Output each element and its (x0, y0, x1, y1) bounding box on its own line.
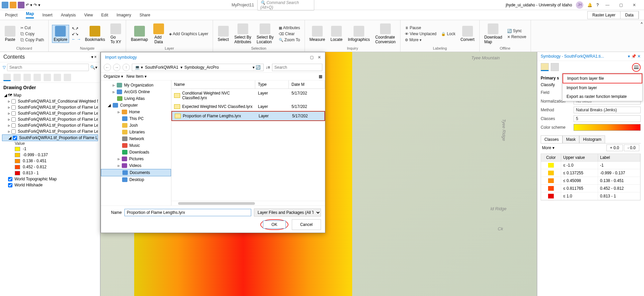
help-icon[interactable]: ? (596, 3, 599, 7)
file-filter-select[interactable]: Layer Files and Packages (All Types (254, 209, 321, 217)
file-row[interactable]: Conditional Weighted NVC Classified.lyrx… (171, 89, 325, 102)
file-row[interactable]: Proportion of Flame Lengths.lyrxLayer5/1… (171, 111, 325, 121)
collapse-ribbon-icon[interactable]: ^ (641, 21, 643, 26)
contents-search-input[interactable] (7, 64, 89, 71)
ok-button[interactable]: OK (263, 221, 285, 229)
search-options-icon[interactable]: 🔍▾ (90, 65, 97, 70)
up-button[interactable]: ↑ (122, 64, 130, 71)
layer-item[interactable]: ▹SouthForkQWRA1.tif_Conditional Weighted… (2, 98, 98, 104)
file-name-input[interactable] (124, 209, 251, 216)
select-by-location-button[interactable]: Select By Location (255, 23, 275, 45)
view-unplaced-button[interactable]: 👁 View Unplaced (404, 31, 437, 37)
remove-button[interactable]: ✕ Remove (506, 34, 527, 40)
vary-symbology-tab-icon[interactable] (551, 63, 559, 71)
list-by-drawing-order-icon[interactable] (3, 74, 11, 81)
class-row[interactable]: ≤ 0.137255-0.999 - 0.137 (541, 169, 640, 177)
list-by-perspective-icon[interactable] (64, 74, 71, 81)
tree-pictures[interactable]: ▹ Pictures (101, 156, 171, 162)
undo-icon[interactable]: ↶ ▾ (26, 3, 32, 7)
clear-button[interactable]: ⌫ Clear (278, 31, 301, 37)
forward-button[interactable]: → (113, 64, 120, 71)
dialog-maximize-icon[interactable]: ▢ (310, 55, 314, 60)
histogram-tab[interactable]: Histogram (579, 135, 605, 143)
class-row[interactable]: ≤ 0.450980.138 - 0.451 (541, 177, 640, 185)
view-mode-icon[interactable]: ▦ (319, 74, 322, 79)
tree-computer[interactable]: ◢ Computer (101, 102, 171, 109)
goto-xy-button[interactable]: Go To XY (109, 23, 122, 45)
maximize-icon[interactable]: ▢ (616, 2, 626, 8)
attributes-button[interactable]: ▦ Attributes (278, 25, 301, 31)
basemap-item[interactable]: World Topographic Map (2, 176, 98, 182)
locate-button[interactable]: Locate (329, 25, 344, 43)
import-from-layer-item[interactable]: Import from layer (562, 83, 642, 92)
infographics-button[interactable]: Infographics (346, 25, 371, 43)
notifications-icon[interactable]: 🔔 (587, 3, 592, 7)
organize-button[interactable]: Organize ▾ (104, 74, 123, 79)
basemap-button[interactable]: Basemap (129, 25, 149, 43)
tree-desktop[interactable]: Desktop (101, 176, 171, 183)
tree-music[interactable]: Music (101, 142, 171, 149)
dialog-close-icon[interactable]: ✕ (318, 55, 321, 60)
explore-button[interactable]: Explore (52, 25, 69, 43)
coordinate-conversion-button[interactable]: Coordinate Conversion (374, 23, 397, 45)
class-row[interactable]: ≤ 1.00.813 - 1 (541, 192, 640, 200)
save-icon[interactable] (18, 2, 24, 8)
nav-arrows-icon[interactable]: ↖↗↙↘← → (72, 26, 81, 42)
select-by-attributes-button[interactable]: Select By Attributes (233, 23, 253, 45)
mask-tab[interactable]: Mask (562, 135, 580, 143)
close-icon[interactable]: ✕ (630, 2, 639, 8)
list-by-snapping-icon[interactable] (44, 74, 51, 81)
tree-josh[interactable]: Josh (101, 122, 171, 129)
method-select[interactable]: Natural Breaks (Jenks) (574, 107, 641, 113)
command-search-input[interactable]: 🔍 Command Search (Alt+Q) (257, 0, 314, 11)
layer-item-selected[interactable]: ◢SouthForkQWRA1.tif_Proportion of Flame … (2, 134, 98, 141)
measure-button[interactable]: Measure (308, 25, 327, 43)
new-project-icon[interactable] (2, 2, 8, 8)
tree-home[interactable]: ▹ Home (101, 109, 171, 115)
layer-item[interactable]: ▹SouthForkQWRA1.tif_Proportion of Flame … (2, 110, 98, 116)
color-scheme-select[interactable] (574, 124, 641, 131)
cut-button[interactable]: ✂ Cut (19, 25, 45, 31)
filter-icon[interactable]: ▽ (3, 65, 6, 70)
export-template-item[interactable]: Export as raster function template (562, 92, 642, 101)
tree-this-pc[interactable]: This PC (101, 115, 171, 122)
cancel-button[interactable]: Cancel (292, 219, 321, 230)
more-labeling-button[interactable]: ⚙ More ▾ (404, 37, 437, 43)
layer-item[interactable]: ▹SouthForkQWRA1.tif_Proportion of Flame … (2, 116, 98, 122)
tab-view[interactable]: View (84, 13, 93, 17)
layer-item[interactable]: ▹SouthForkQWRA1.tif_Proportion of Flame … (2, 104, 98, 110)
classes-select[interactable]: 5 (574, 115, 641, 122)
tree-documents[interactable]: Documents (101, 169, 171, 176)
tab-edit[interactable]: Edit (101, 13, 108, 17)
panel-controls[interactable]: ▾ 📌 ✕ (628, 54, 641, 59)
paste-button[interactable]: Paste (3, 25, 17, 43)
map-frame-item[interactable]: ◢ 🗺 Map (2, 92, 98, 98)
tree-living-atlas[interactable]: Living Atlas (101, 95, 171, 102)
type-column-header[interactable]: Type (255, 80, 289, 88)
name-column-header[interactable]: Name (171, 80, 255, 88)
tab-share[interactable]: Share (140, 13, 150, 17)
tree-network[interactable]: Network (101, 135, 171, 142)
lock-button[interactable]: 🔒 Lock (440, 31, 456, 37)
tab-data[interactable]: Data (621, 11, 639, 19)
pause-button[interactable]: ⏸ Pause (404, 25, 437, 31)
list-by-labeling-icon[interactable] (54, 74, 61, 81)
list-by-source-icon[interactable] (13, 74, 21, 81)
tab-analysis[interactable]: Analysis (61, 13, 76, 17)
tab-project[interactable]: Project (5, 13, 17, 17)
contents-menu-icon[interactable]: ▾ × (91, 55, 97, 59)
tree-videos[interactable]: ▹ Videos (101, 162, 171, 169)
breadcrumb[interactable]: 💻 ▾ SouthForkQWRA1▾ Symbology_ArcPro ▾ 🔄 (132, 64, 264, 71)
more-button[interactable]: More ▾ (542, 145, 554, 150)
list-by-editing-icon[interactable] (34, 74, 41, 81)
sort-icon[interactable]: ↓≡ (266, 65, 270, 70)
class-row[interactable]: ≤ 0.8117650.452 - 0.812 (541, 185, 640, 192)
symbology-menu-button[interactable] (632, 63, 641, 72)
sync-button[interactable]: 🔄 Sync (506, 28, 527, 34)
list-by-selection-icon[interactable] (23, 74, 31, 81)
copy-button[interactable]: ⿻ Copy (19, 31, 45, 37)
redo-icon[interactable]: ↷ ▾ (34, 3, 40, 7)
plus-button[interactable]: + 0.0 (606, 144, 623, 151)
zoom-to-button[interactable]: 🔍 Zoom To (278, 37, 301, 43)
open-project-icon[interactable] (10, 2, 16, 8)
